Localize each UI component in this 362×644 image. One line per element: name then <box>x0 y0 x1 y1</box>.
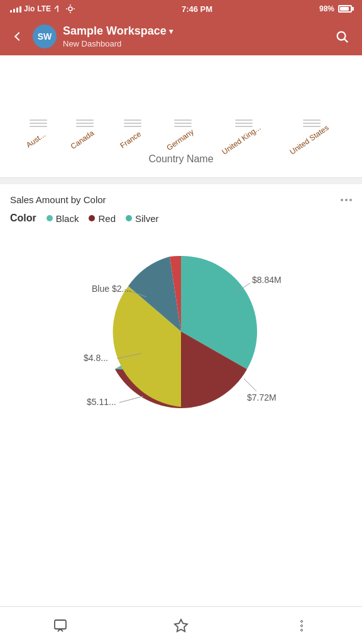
x-axis-label: Country Name <box>10 148 352 167</box>
bar-line <box>30 126 47 127</box>
status-right: 98% <box>319 4 352 13</box>
pie-label-7720: $7.72M <box>247 392 277 402</box>
legend-label-silver: Silver <box>135 213 159 224</box>
country-label-0: Aust... <box>25 130 47 150</box>
legend-dot-red <box>89 215 95 221</box>
status-bar: Jio LTE 7:46 PM 98% <box>0 0 362 18</box>
battery-percent: 98% <box>319 4 334 13</box>
battery-fill <box>340 7 349 11</box>
bar-line <box>30 119 47 121</box>
legend-dot-black <box>47 215 53 221</box>
bar-label-4: United King... <box>221 119 266 143</box>
pie-chart-title: Sales Amount by Color <box>10 194 106 205</box>
legend-dot-silver <box>126 215 132 221</box>
pie-label-blue: Blue $2.... <box>92 284 131 294</box>
bar-label-3: Germany <box>167 119 198 143</box>
legend-item-silver: Silver <box>126 213 159 224</box>
svg-point-15 <box>301 629 303 631</box>
network-label: LTE <box>37 4 51 13</box>
legend-item-red: Red <box>89 213 116 224</box>
bar-line <box>303 126 321 127</box>
pie-label-8840: $8.84M <box>252 275 282 285</box>
pie-label-5110: $5.11... <box>87 397 116 407</box>
battery-icon-container <box>338 5 352 13</box>
bar-label-0: Aust... <box>28 119 49 143</box>
app-header: SW Sample Workspace ▾ New Dashboard <box>0 18 362 55</box>
bottom-navigation <box>0 606 362 644</box>
legend-label-black: Black <box>56 213 79 224</box>
bar-lines-1 <box>76 119 94 127</box>
country-label-1: Canada <box>69 128 96 151</box>
dot-3 <box>349 199 352 201</box>
star-icon <box>173 618 189 633</box>
bar-line <box>76 126 94 127</box>
search-icon <box>335 30 349 43</box>
bar-chart-section: Aust... Canada France Germany <box>0 55 362 178</box>
bar-line <box>124 123 141 124</box>
country-label-2: France <box>118 130 143 150</box>
vertical-dots-icon <box>294 618 309 633</box>
bar-line <box>303 119 321 121</box>
bar-line <box>235 126 253 127</box>
bar-lines-4 <box>235 119 253 127</box>
time-display: 7:46 PM <box>182 4 212 14</box>
workspace-avatar[interactable]: SW <box>33 25 57 48</box>
signal-bars <box>10 5 21 13</box>
pie-label-4800: $4.8... <box>84 353 108 363</box>
legend-label-red: Red <box>98 213 116 224</box>
pie-chart-wrapper: $8.84M $7.72M $5.11... $4.8... Blue $2..… <box>74 234 288 448</box>
pie-chart-svg: $8.84M $7.72M $5.11... $4.8... Blue $2..… <box>74 234 288 429</box>
svg-point-2 <box>69 7 72 11</box>
svg-point-13 <box>301 620 303 622</box>
leader-line-2 <box>244 379 256 391</box>
carrier-label: Jio <box>24 4 35 13</box>
battery-icon <box>338 5 352 13</box>
workspace-title[interactable]: Sample Workspace ▾ <box>63 25 331 38</box>
bar-label-1: Canada <box>72 119 98 143</box>
svg-point-7 <box>337 32 346 40</box>
signal-bar-3 <box>16 8 18 13</box>
back-button[interactable] <box>9 26 29 47</box>
pie-legend: Color Black Red Silver <box>10 213 352 224</box>
svg-line-8 <box>344 39 348 42</box>
bar-line <box>76 123 94 124</box>
search-button[interactable] <box>331 25 353 48</box>
bar-line <box>30 123 47 124</box>
svg-marker-12 <box>175 619 187 631</box>
dot-1 <box>341 199 343 201</box>
bar-line <box>124 126 141 127</box>
chart-header: Sales Amount by Color <box>10 194 352 205</box>
bar-line <box>235 119 253 121</box>
pie-chart-container: $8.84M $7.72M $5.11... $4.8... Blue $2..… <box>10 234 352 448</box>
bar-line <box>174 119 192 121</box>
bar-line <box>303 123 321 124</box>
bar-lines-2 <box>124 119 141 127</box>
bar-lines-3 <box>174 119 192 127</box>
comments-button[interactable] <box>48 613 73 638</box>
lte-icon <box>53 5 63 13</box>
bookmark-button[interactable] <box>168 613 194 638</box>
header-title-area: Sample Workspace ▾ New Dashboard <box>63 25 331 48</box>
more-options-button[interactable] <box>341 199 352 201</box>
signal-bar-2 <box>13 9 15 13</box>
status-left: Jio LTE <box>10 4 75 13</box>
bar-label-2: France <box>121 119 145 143</box>
brightness-icon <box>66 4 75 13</box>
bar-line <box>174 126 192 127</box>
bar-line <box>174 123 192 124</box>
more-button[interactable] <box>289 613 314 638</box>
comments-icon <box>53 618 68 633</box>
bar-line <box>124 119 141 121</box>
bar-lines-0 <box>30 119 47 127</box>
workspace-name-label: Sample Workspace <box>63 25 167 38</box>
leader-line-3 <box>119 396 143 402</box>
back-chevron-icon <box>14 32 23 41</box>
bar-label-5: United States <box>289 119 334 143</box>
pie-chart-section: Sales Amount by Color Color Black Red Si… <box>0 184 362 644</box>
legend-item-black: Black <box>47 213 79 224</box>
signal-bar-4 <box>19 6 21 13</box>
bar-lines-5 <box>303 119 321 127</box>
svg-point-14 <box>301 625 303 626</box>
svg-rect-9 <box>55 620 66 629</box>
dot-2 <box>345 199 348 201</box>
